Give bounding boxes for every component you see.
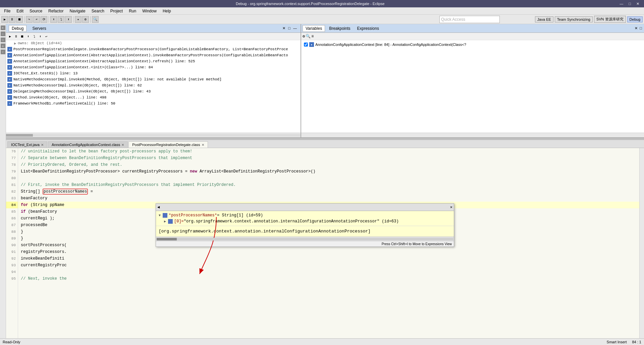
vars-max-btn[interactable]: □ — [639, 26, 643, 30]
tab-close-2[interactable]: ✕ — [202, 143, 204, 147]
stack-item-6[interactable]: ≡ NativeMethodAccessorImpl.invoke(Object… — [6, 82, 301, 88]
sidebar-icon-3[interactable]: □ — [1, 38, 5, 42]
perspective-team-sync[interactable]: Team Synchronizing — [555, 16, 593, 22]
menu-project[interactable]: Project — [108, 8, 125, 14]
breakpoint-checkbox[interactable] — [304, 43, 308, 47]
toolbar-btn-9[interactable]: ⬆ — [65, 16, 72, 23]
sidebar-icon-2[interactable]: ○ — [1, 31, 5, 36]
toolbar-btn-4[interactable]: ↷ — [26, 16, 33, 23]
left-sidebar: ≡ ○ □ ◇ ⚡ — [0, 24, 6, 345]
debug-minimize-btn[interactable]: ✕ — [281, 26, 286, 30]
sidebar-icon-5[interactable]: ⚡ — [1, 50, 5, 54]
tab-breakpoints[interactable]: Breakpoints — [326, 25, 353, 31]
debug-toolbar-btn-2[interactable]: ⏸ — [13, 34, 19, 39]
linenum-81: 81 — [6, 182, 18, 188]
editor-tab-0[interactable]: IOCTest_Ext.java ✕ — [7, 141, 47, 148]
minimize-button[interactable]: — — [618, 2, 625, 6]
menu-refactor[interactable]: Refactor — [46, 8, 66, 14]
quick-access-input[interactable]: Quick Access — [439, 16, 500, 23]
perspective-java-ee[interactable]: Java EE — [535, 16, 553, 22]
menu-navigate[interactable]: Navigate — [67, 8, 88, 14]
debug-scrollbar-h[interactable] — [6, 133, 301, 137]
perspective-debug[interactable]: Debug — [627, 16, 643, 22]
popup-tooltip: ◀ ✕ ▼ *postProcessorNames* = String[1] (… — [156, 203, 454, 247]
tab-close-0[interactable]: ✕ — [41, 143, 44, 147]
line-numbers: 76 77 78 79 80 81 82 83 84 85 86 87 88 8… — [6, 148, 18, 340]
main-layout: ≡ ○ □ ◇ ⚡ Debug Servers ✕ □ — ▶ — [0, 24, 644, 345]
menu-run[interactable]: Run — [126, 8, 139, 14]
popup-close[interactable]: ✕ — [450, 205, 452, 210]
status-bar: Read-Only Smart Insert 84 : 1 — [0, 338, 644, 345]
maximize-button[interactable]: □ — [627, 2, 633, 6]
code-line-83: beanFactory — [18, 195, 639, 202]
toolbar-btn-5[interactable]: ↶ — [33, 16, 40, 23]
menu-edit[interactable]: Edit — [14, 8, 26, 14]
vars-toolbar-btn-2[interactable]: 🔍 — [306, 34, 311, 39]
vars-min-btn[interactable]: ✕ — [634, 26, 638, 30]
stack-item-4[interactable]: ≡ IOCTest_Ext.test01() line: 13 — [6, 70, 301, 76]
menu-help[interactable]: Help — [160, 8, 174, 14]
window-controls[interactable]: — □ ✕ — [618, 2, 641, 6]
linenum-84: 84 — [6, 202, 18, 208]
debug-stack[interactable]: ▶ owns: Object (id=44) ≡ PostProcessorRe… — [6, 40, 301, 133]
variables-content[interactable]: ● AnnotationConfigApplicationContext [li… — [301, 40, 644, 133]
stack-item-1[interactable]: ≡ AnnotationConfigApplicationContext(Abs… — [6, 52, 301, 58]
close-button[interactable]: ✕ — [634, 2, 641, 6]
sidebar-icon-1[interactable]: ≡ — [1, 25, 5, 30]
stack-item-8[interactable]: ≡ Method.invoke(Object, Object...) line:… — [6, 94, 301, 100]
toolbar-btn-8[interactable]: ⤵ — [58, 16, 64, 23]
stack-item-0[interactable]: ≡ PostProcessorRegistrationDelegate.invo… — [6, 46, 301, 52]
stack-item-9[interactable]: ≡ FrameworkMethod$1.runReflectiveCall() … — [6, 100, 301, 107]
stack-icon-4: ≡ — [7, 71, 12, 76]
popup-tree-item-0[interactable]: ▼ *postProcessorNames* = String[1] (id=5… — [157, 212, 452, 218]
toolbar-btn-3[interactable]: ⏹ — [16, 16, 23, 23]
menu-source[interactable]: Source — [27, 8, 45, 14]
editor-tab-2[interactable]: PostProcessorRegistrationDelegate.class … — [128, 141, 208, 148]
popup-scrollbar-h[interactable] — [156, 236, 454, 241]
debug-close-btn[interactable]: — — [292, 26, 298, 30]
code-area[interactable]: // uninitialized to let the bean factory… — [18, 148, 639, 340]
toolbar-btn-1[interactable]: ▶ — [1, 16, 8, 23]
vars-toolbar-btn-3[interactable]: ≡ — [311, 34, 314, 39]
toolbar-btn-12[interactable]: 🔍 — [92, 16, 99, 23]
menu-file[interactable]: File — [1, 8, 13, 14]
popup-content[interactable]: ▼ *postProcessorNames* = String[1] (id=5… — [156, 211, 454, 226]
sidebar-icon-4[interactable]: ◇ — [1, 44, 5, 48]
menu-window[interactable]: Window — [140, 8, 159, 14]
status-right: Smart Insert 84 : 1 — [607, 340, 641, 344]
debug-toolbar-btn-3[interactable]: ⏹ — [19, 34, 25, 39]
tab-variables[interactable]: Variables — [303, 25, 325, 32]
toolbar-btn-10[interactable]: ✦ — [75, 16, 82, 23]
toolbar-btn-6[interactable]: ⟳ — [41, 16, 47, 23]
debug-toolbar-btn-5[interactable]: ⤵ — [32, 34, 37, 39]
stack-item-3[interactable]: ≡ AnnotationConfigApplicationContext.<in… — [6, 64, 301, 70]
stack-item-7[interactable]: ≡ DelegatingMethodAccessorImpl.invoke(Ob… — [6, 88, 301, 94]
breakpoint-item-1[interactable]: ● AnnotationConfigApplicationContext [li… — [303, 42, 643, 48]
editor-tab-1[interactable]: AnnotationConfigApplicationContext.class… — [48, 141, 128, 148]
debug-toolbar-btn-7[interactable]: ↩ — [44, 34, 49, 39]
debug-toolbar-btn-6[interactable]: ⬆ — [38, 34, 43, 39]
stack-item-5[interactable]: ≡ NativeMethodAccessorImpl.invoke0(Metho… — [6, 76, 301, 82]
editor-scrollbar-v[interactable] — [639, 148, 644, 340]
menu-search[interactable]: Search — [89, 8, 107, 14]
vars-toolbar-btn-1[interactable]: ⚙ — [303, 34, 305, 39]
tab-debug[interactable]: Debug — [9, 25, 26, 32]
status-position: 84 : 1 — [632, 340, 641, 344]
debug-toolbar-btn-4[interactable]: ⬇ — [25, 34, 31, 39]
stack-item-2[interactable]: ≡ AnnotationConfigApplicationContext(Abs… — [6, 58, 301, 64]
tab-close-1[interactable]: ✕ — [121, 143, 124, 147]
stack-owns[interactable]: ▶ owns: Object (id=44) — [6, 40, 301, 46]
toolbar-btn-7[interactable]: ⬇ — [50, 16, 57, 23]
toolbar-btn-11[interactable]: ⚙ — [82, 16, 89, 23]
toolbar-btn-2[interactable]: ⏸ — [9, 16, 15, 23]
popup-scroll-left[interactable]: ◀ — [157, 205, 160, 210]
linenum-85: 85 — [6, 208, 18, 215]
tab-expressions[interactable]: Expressions — [355, 25, 382, 31]
linenum-87: 87 — [6, 222, 18, 228]
debug-maximize-btn[interactable]: □ — [287, 26, 291, 30]
perspective-svn[interactable]: SVN 资源库研究 — [594, 16, 626, 23]
code-line-79: List<BeanDefinitionRegistryPostProcessor… — [18, 168, 639, 175]
popup-tree-item-1[interactable]: ▶ [0]= "org.springframework.context.anno… — [157, 218, 452, 224]
tab-servers[interactable]: Servers — [29, 25, 49, 32]
debug-toolbar-btn-1[interactable]: ▶ — [7, 34, 13, 39]
